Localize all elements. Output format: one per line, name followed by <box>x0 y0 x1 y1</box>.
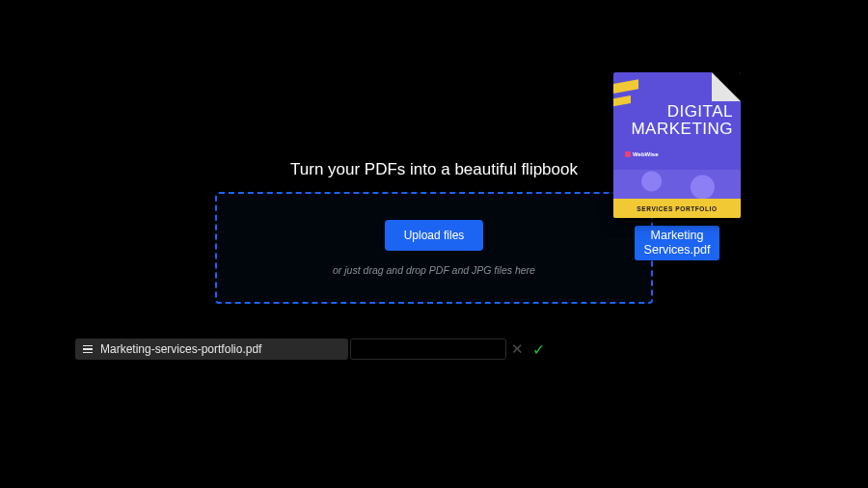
check-icon: ✓ <box>532 340 545 359</box>
close-icon: ✕ <box>511 340 524 358</box>
upload-queue-row: Marketing-services-portfolio.pdf ✕ ✓ <box>75 338 557 361</box>
thumbnail-title: DIGITAL MARKETING <box>613 103 733 138</box>
upload-dropzone[interactable]: Upload files or just drag and drop PDF a… <box>215 192 653 304</box>
upload-files-button[interactable]: Upload files <box>385 220 484 251</box>
dropzone-hint: or just drag and drop PDF and JPG files … <box>333 264 535 276</box>
queued-file-pill[interactable]: Marketing-services-portfolio.pdf <box>75 339 348 360</box>
cancel-upload-button[interactable]: ✕ <box>506 340 528 358</box>
dragged-file[interactable]: DIGITAL MARKETING WebWise SERVICES PORTF… <box>613 72 741 260</box>
confirm-upload-button[interactable]: ✓ <box>528 340 549 359</box>
drag-handle-icon[interactable] <box>83 345 93 354</box>
dragged-file-thumbnail: DIGITAL MARKETING WebWise SERVICES PORTF… <box>613 72 741 218</box>
thumbnail-footer: SERVICES PORTFOLIO <box>637 205 717 212</box>
page-fold-icon <box>712 72 741 101</box>
queued-file-name: Marketing-services-portfolio.pdf <box>100 342 261 356</box>
upload-progress-bar <box>350 339 506 360</box>
dragged-file-label: Marketing Services.pdf <box>635 226 720 260</box>
thumbnail-brand: WebWise <box>625 151 659 157</box>
